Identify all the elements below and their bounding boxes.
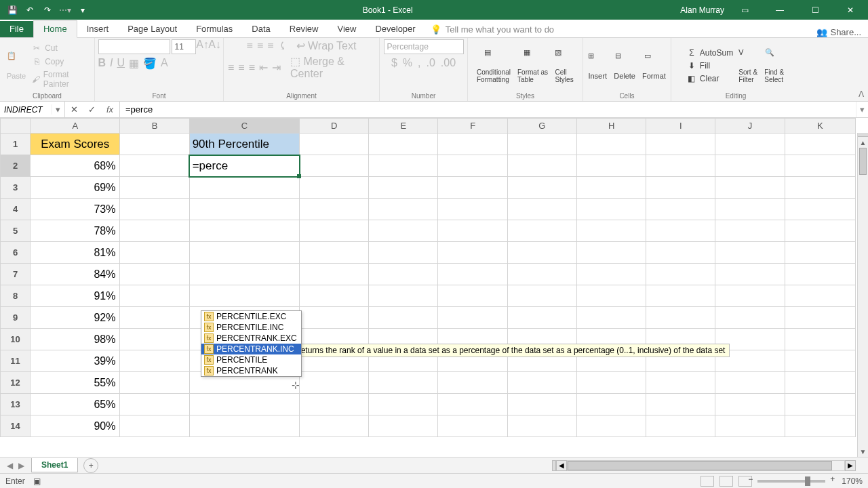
cell-K11[interactable] bbox=[785, 350, 855, 372]
cell-B13[interactable] bbox=[120, 394, 189, 415]
cancel-formula-icon[interactable]: ✕ bbox=[65, 104, 83, 115]
cell-A4[interactable]: 73% bbox=[31, 199, 120, 220]
find-select-button[interactable]: 🔍Find & Select bbox=[762, 47, 787, 85]
cell-I1[interactable] bbox=[646, 134, 715, 155]
qat-customize-icon[interactable]: ▾ bbox=[75, 2, 91, 18]
cell-F6[interactable] bbox=[438, 242, 507, 264]
cell-D14[interactable] bbox=[300, 415, 369, 437]
tab-file[interactable]: File bbox=[0, 21, 33, 37]
ac-item[interactable]: fxPERCENTRANK.INC bbox=[201, 344, 301, 354]
cell-J3[interactable] bbox=[715, 177, 785, 199]
cell-styles-button[interactable]: ▧Cell Styles bbox=[552, 47, 576, 85]
cell-G6[interactable] bbox=[507, 242, 576, 264]
cell-I7[interactable] bbox=[646, 264, 715, 285]
cell-F3[interactable] bbox=[438, 177, 507, 199]
cell-F5[interactable] bbox=[438, 220, 507, 242]
col-head-J[interactable]: J bbox=[715, 119, 785, 134]
cell-A7[interactable]: 84% bbox=[31, 264, 120, 285]
row-head-14[interactable]: 14 bbox=[1, 415, 31, 437]
cell-I14[interactable] bbox=[646, 415, 715, 437]
col-head-E[interactable]: E bbox=[369, 119, 438, 134]
cell-D2[interactable] bbox=[300, 155, 369, 177]
cell-C2[interactable]: =perce bbox=[189, 155, 299, 177]
fx-icon[interactable]: fx bbox=[100, 104, 119, 115]
format-as-table-button[interactable]: ▦Format as Table bbox=[515, 47, 551, 85]
tab-view[interactable]: View bbox=[328, 21, 366, 37]
col-head-F[interactable]: F bbox=[438, 119, 507, 134]
cell-H5[interactable] bbox=[576, 220, 646, 242]
cell-J14[interactable] bbox=[715, 415, 785, 437]
cell-B10[interactable] bbox=[120, 329, 189, 350]
cell-E4[interactable] bbox=[369, 199, 438, 220]
cell-E7[interactable] bbox=[369, 264, 438, 285]
scroll-up-icon[interactable]: ▲ bbox=[858, 137, 868, 148]
vertical-scrollbar[interactable]: ▲ ▼ bbox=[857, 133, 868, 457]
cell-J12[interactable] bbox=[715, 372, 785, 394]
cell-J8[interactable] bbox=[715, 285, 785, 307]
collapse-ribbon-icon[interactable]: ᐱ bbox=[859, 89, 864, 99]
row-head-4[interactable]: 4 bbox=[1, 199, 31, 220]
cell-I6[interactable] bbox=[646, 242, 715, 264]
cell-G8[interactable] bbox=[507, 285, 576, 307]
cell-C8[interactable] bbox=[189, 285, 299, 307]
accept-formula-icon[interactable]: ✓ bbox=[83, 104, 100, 115]
formula-autocomplete[interactable]: fxPERCENTILE.EXCfxPERCENTILE.INCfxPERCEN… bbox=[201, 310, 302, 377]
cell-G5[interactable] bbox=[507, 220, 576, 242]
cell-C4[interactable] bbox=[189, 199, 299, 220]
cell-H8[interactable] bbox=[576, 285, 646, 307]
cell-A10[interactable]: 98% bbox=[31, 329, 120, 350]
tab-review[interactable]: Review bbox=[280, 21, 328, 37]
cell-D1[interactable] bbox=[300, 134, 369, 155]
cell-I2[interactable] bbox=[646, 155, 715, 177]
cell-B12[interactable] bbox=[120, 372, 189, 394]
cell-B9[interactable] bbox=[120, 307, 189, 329]
cell-D13[interactable] bbox=[300, 394, 369, 415]
cell-E13[interactable] bbox=[369, 394, 438, 415]
cell-B3[interactable] bbox=[120, 177, 189, 199]
autosum-button[interactable]: ΣAutoSum bbox=[685, 47, 734, 59]
cell-B2[interactable] bbox=[120, 155, 189, 177]
cell-H1[interactable] bbox=[576, 134, 646, 155]
grid[interactable]: ABCDEFGHIJK1Exam Scores90th Percentile26… bbox=[0, 118, 868, 443]
cell-G14[interactable] bbox=[507, 415, 576, 437]
cell-E14[interactable] bbox=[369, 415, 438, 437]
zoom-level[interactable]: 170% bbox=[842, 476, 863, 486]
delete-cells-button[interactable]: ⊟Delete bbox=[611, 50, 638, 81]
cell-B4[interactable] bbox=[120, 199, 189, 220]
name-box[interactable] bbox=[0, 105, 52, 115]
cell-D3[interactable] bbox=[300, 177, 369, 199]
cell-C5[interactable] bbox=[189, 220, 299, 242]
ac-item[interactable]: fxPERCENTILE.INC bbox=[201, 322, 301, 333]
col-head-B[interactable]: B bbox=[120, 119, 189, 134]
cell-K7[interactable] bbox=[785, 264, 855, 285]
normal-view-icon[interactable] bbox=[701, 476, 714, 487]
cell-E8[interactable] bbox=[369, 285, 438, 307]
cell-A12[interactable]: 55% bbox=[31, 372, 120, 394]
cell-G9[interactable] bbox=[507, 307, 576, 329]
cell-F1[interactable] bbox=[438, 134, 507, 155]
page-layout-view-icon[interactable] bbox=[719, 476, 733, 487]
conditional-formatting-button[interactable]: ▤Conditional Formatting bbox=[474, 47, 513, 85]
cell-H9[interactable] bbox=[576, 307, 646, 329]
cell-E12[interactable] bbox=[369, 372, 438, 394]
scroll-left-icon[interactable]: ◀ bbox=[556, 460, 567, 471]
row-head-2[interactable]: 2 bbox=[1, 155, 31, 177]
cell-J9[interactable] bbox=[715, 307, 785, 329]
row-head-7[interactable]: 7 bbox=[1, 264, 31, 285]
col-head-H[interactable]: H bbox=[576, 119, 646, 134]
row-head-6[interactable]: 6 bbox=[1, 242, 31, 264]
row-head-1[interactable]: 1 bbox=[1, 134, 31, 155]
row-head-9[interactable]: 9 bbox=[1, 307, 31, 329]
cell-K13[interactable] bbox=[785, 394, 855, 415]
tab-page-layout[interactable]: Page Layout bbox=[118, 21, 186, 37]
cell-C3[interactable] bbox=[189, 177, 299, 199]
col-head-K[interactable]: K bbox=[785, 119, 855, 134]
cell-F13[interactable] bbox=[438, 394, 507, 415]
col-head-G[interactable]: G bbox=[507, 119, 576, 134]
minimize-icon[interactable]: — bbox=[765, 0, 795, 20]
hscroll-thumb[interactable] bbox=[568, 461, 832, 470]
tab-developer[interactable]: Developer bbox=[366, 21, 425, 37]
tab-home[interactable]: Home bbox=[33, 20, 77, 38]
cell-H2[interactable] bbox=[576, 155, 646, 177]
tab-insert[interactable]: Insert bbox=[77, 21, 119, 37]
